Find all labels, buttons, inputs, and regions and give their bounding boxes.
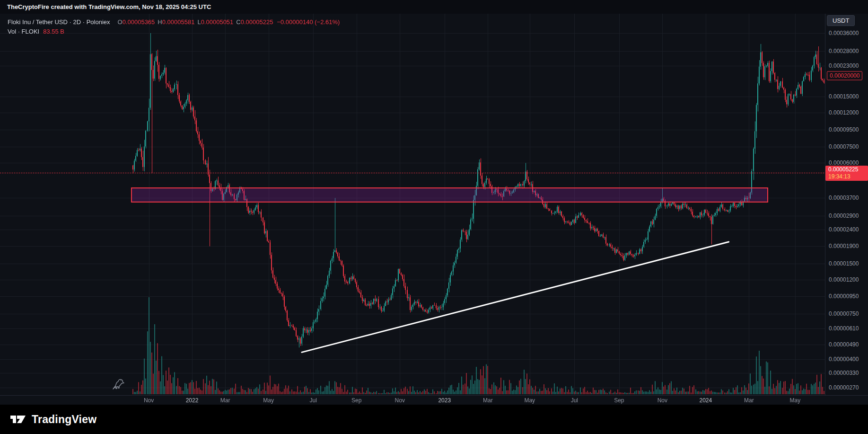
time-axis-label: Mar xyxy=(220,397,230,404)
footer-bar: TradingView xyxy=(0,405,868,434)
price-alert-label[interactable]: 0.00020000 xyxy=(827,71,862,80)
price-axis-label: 0.00001200 xyxy=(829,276,859,283)
current-price-value: 0.00005225 xyxy=(828,166,865,173)
high-value: 0.00005581 xyxy=(162,18,195,26)
tradingview-chart-page: TheCryptoFire created with TradingView.c… xyxy=(0,0,868,434)
volume-value: 83.55 B xyxy=(43,28,64,35)
chart-canvas[interactable] xyxy=(0,0,825,395)
price-axis-label: 0.00007500 xyxy=(829,143,859,150)
price-axis-label: 0.00000750 xyxy=(829,310,859,317)
time-axis-label: May xyxy=(524,397,535,404)
price-axis-label: 0.00028000 xyxy=(829,48,859,54)
close-value: 0.00005225 xyxy=(241,18,273,26)
price-axis-label: 0.00000610 xyxy=(829,325,859,332)
price-axis-label: 0.00002400 xyxy=(829,226,859,233)
time-axis-label: Nov xyxy=(395,397,405,404)
watermark-bar: TheCryptoFire created with TradingView.c… xyxy=(0,0,868,14)
legend-volume-row: Vol · FLOKI 83.55 B xyxy=(8,27,340,36)
price-axis-label: 0.00000950 xyxy=(829,293,859,300)
low-label: L xyxy=(197,18,201,26)
price-axis-label: 0.00036000 xyxy=(829,30,859,36)
time-axis-label: Jul xyxy=(310,397,317,404)
symbol-title[interactable]: Floki Inu / Tether USD · 2D · Poloniex xyxy=(8,18,110,26)
time-axis-label: Mar xyxy=(744,397,754,404)
volume-label[interactable]: Vol · FLOKI xyxy=(8,28,39,35)
legend: Floki Inu / Tether USD · 2D · Poloniex O… xyxy=(8,17,340,36)
time-axis-label: Nov xyxy=(658,397,667,404)
time-axis-label: Mar xyxy=(483,397,493,404)
time-axis-label: Sep xyxy=(614,397,624,404)
watermark-text: TheCryptoFire created with TradingView.c… xyxy=(7,3,211,10)
time-axis-label: 2023 xyxy=(438,397,451,404)
open-value: 0.00005365 xyxy=(123,18,155,26)
price-axis-label: 0.00000270 xyxy=(829,384,859,391)
time-axis-label: May xyxy=(263,397,274,404)
price-axis-label: 0.00001900 xyxy=(829,243,859,249)
price-axis-label: 0.00015000 xyxy=(829,93,859,100)
price-axis-label: 0.00000400 xyxy=(829,356,859,363)
price-axis-label: 0.00001500 xyxy=(829,260,859,267)
tradingview-logo-icon[interactable] xyxy=(9,413,26,426)
currency-toggle-button[interactable]: USDT xyxy=(827,15,855,26)
time-axis-label: Nov xyxy=(144,397,154,404)
bar-countdown: 19:34:13 xyxy=(828,173,865,180)
open-label: O xyxy=(118,18,123,26)
legend-symbol-row: Floki Inu / Tether USD · 2D · Poloniex O… xyxy=(8,17,340,27)
price-axis-label: 0.00002900 xyxy=(829,213,859,219)
time-axis-label: Sep xyxy=(351,397,361,404)
price-axis-label: 0.00000490 xyxy=(829,341,859,348)
price-axis-label: 0.00023000 xyxy=(829,62,859,69)
time-axis-label: May xyxy=(790,397,801,404)
brand-text[interactable]: TradingView xyxy=(32,413,96,426)
price-axis-label: 0.00000330 xyxy=(829,370,859,376)
change-value: −0.00000140 (−2.61%) xyxy=(277,18,340,26)
price-axis-label: 0.00009500 xyxy=(829,126,859,133)
price-axis-label: 0.00003700 xyxy=(829,195,859,201)
close-label: C xyxy=(236,18,240,26)
time-axis[interactable]: Nov2022MarMayJulSepNov2023MarMayJulSepNo… xyxy=(0,395,868,405)
price-axis-label: 0.00006000 xyxy=(829,159,859,166)
time-axis-label: Jul xyxy=(571,397,578,404)
price-axis[interactable]: 0.00020000 0.00005225 19:34:13 0.0003600… xyxy=(825,0,868,395)
dino-sticker[interactable] xyxy=(112,378,125,390)
low-value: 0.00005051 xyxy=(201,18,234,26)
current-price-label: 0.00005225 19:34:13 xyxy=(825,166,868,181)
time-axis-label: 2024 xyxy=(699,397,712,404)
time-axis-label: 2022 xyxy=(186,397,199,404)
price-axis-label: 0.00012000 xyxy=(829,109,859,116)
high-label: H xyxy=(158,18,162,26)
